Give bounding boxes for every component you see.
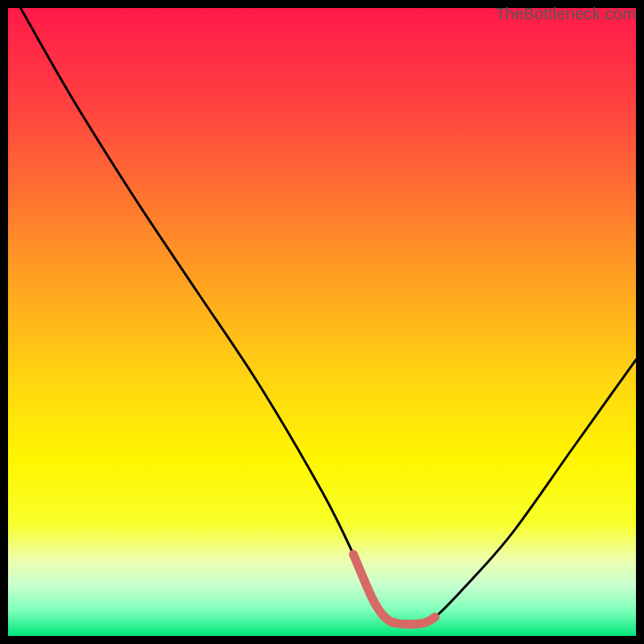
- chart-svg: [8, 8, 636, 636]
- plot-area: [8, 8, 636, 636]
- gradient-background: [8, 8, 636, 636]
- chart-container: TheBottleneck.com: [0, 0, 644, 644]
- watermark-text: TheBottleneck.com: [495, 5, 636, 23]
